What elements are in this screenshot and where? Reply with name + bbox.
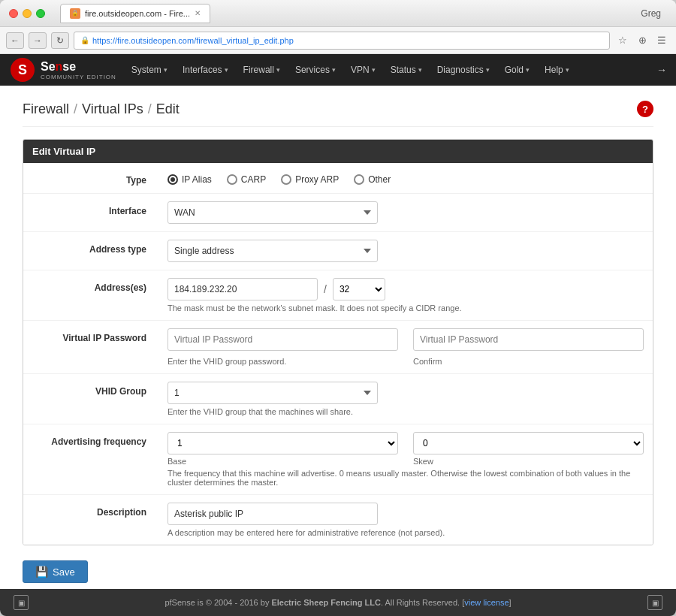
form-body: Type IP Alias CARP	[23, 163, 653, 545]
maximize-window-button[interactable]	[36, 9, 45, 18]
radio-proxy-arp[interactable]: Proxy ARP	[281, 174, 339, 185]
radio-label-other: Other	[368, 174, 391, 185]
radio-ip-alias[interactable]: IP Alias	[167, 174, 212, 185]
help-button[interactable]: ?	[637, 101, 653, 117]
footer-brand: pfSense	[164, 598, 195, 607]
breadcrumb-sep-2: /	[148, 101, 152, 117]
cidr-select[interactable]: 32	[333, 278, 385, 300]
footer-close: ]	[509, 598, 512, 607]
save-icon: 💾	[35, 566, 48, 578]
extensions-button[interactable]: ⊕	[634, 32, 650, 49]
interface-select[interactable]: WAN	[167, 201, 378, 224]
tab-bar: 🔒 fire.outsideopen.com - Fire... ✕	[60, 4, 629, 23]
chevron-down-icon: ▾	[225, 66, 228, 74]
nav-item-status[interactable]: Status ▾	[383, 54, 430, 86]
radio-circle-carp	[227, 174, 237, 185]
browser-tab[interactable]: 🔒 fire.outsideopen.com - Fire... ✕	[60, 4, 210, 23]
nav-item-diagnostics[interactable]: Diagnostics ▾	[430, 54, 497, 86]
refresh-button[interactable]: ↻	[51, 32, 69, 49]
forward-button[interactable]: →	[29, 32, 47, 49]
breadcrumb-firewall[interactable]: Firewall	[23, 101, 69, 117]
tab-favicon: 🔒	[70, 8, 80, 19]
tab-close-icon[interactable]: ✕	[195, 9, 201, 17]
password-col-right	[413, 328, 644, 351]
footer: ▣ pfSense is © 2004 - 2016 by Electric S…	[0, 589, 676, 616]
back-button[interactable]: ←	[6, 32, 24, 49]
footer-icon-right: ▣	[647, 595, 662, 610]
address-hint: The mask must be the network's subnet ma…	[167, 303, 644, 313]
adv-base-select[interactable]: 1	[167, 432, 398, 454]
vip-password-confirm-label: Confirm	[413, 357, 644, 366]
nav-item-firewall[interactable]: Firewall ▾	[236, 54, 288, 86]
footer-text: is © 2004 - 2016 by	[198, 598, 270, 607]
close-window-button[interactable]	[9, 9, 18, 18]
addresses-field: / 32 The mask must be the network's subn…	[158, 278, 653, 313]
nav-item-interfaces[interactable]: Interfaces ▾	[175, 54, 236, 86]
nav-right: →	[656, 64, 667, 76]
address-input[interactable]	[167, 278, 318, 300]
cidr-separator: /	[324, 283, 327, 295]
vip-password-input[interactable]	[167, 328, 398, 351]
adv-skew-label: Skew	[413, 457, 644, 466]
title-bar: 🔒 fire.outsideopen.com - Fire... ✕ Greg	[0, 0, 676, 27]
chevron-down-icon: ▾	[526, 66, 530, 74]
traffic-lights	[9, 9, 45, 18]
description-row: Description A description may be entered…	[23, 495, 653, 545]
interface-field: WAN	[158, 201, 653, 224]
browser-nav-bar: ← → ↻ 🔒 https://fire.outsideopen.com/fir…	[0, 27, 676, 54]
adv-freq-hint: The frequency that this machine will adv…	[167, 469, 644, 487]
breadcrumb: Firewall / Virtual IPs / Edit ?	[23, 101, 653, 127]
bookmark-button[interactable]: ☆	[614, 32, 631, 49]
breadcrumb-virtual-ips[interactable]: Virtual IPs	[82, 101, 143, 117]
description-input[interactable]	[167, 503, 378, 525]
vhid-field: 1 Enter the VHID group that the machines…	[158, 382, 653, 416]
address-bar[interactable]: 🔒 https://fire.outsideopen.com/firewall_…	[74, 32, 610, 50]
lock-icon: 🔒	[80, 36, 89, 44]
adv-freq-inputs: 1 Base 0 Skew	[167, 432, 644, 466]
vhid-label: VHID Group	[23, 382, 158, 397]
radio-circle-ip-alias	[167, 174, 178, 185]
nav-item-services[interactable]: Services ▾	[288, 54, 343, 86]
adv-freq-label: Advertising frequency	[23, 432, 158, 447]
nav-forward-icon[interactable]: →	[656, 64, 667, 76]
minimize-window-button[interactable]	[23, 9, 32, 18]
adv-skew-select[interactable]: 0	[413, 432, 644, 454]
breadcrumb-edit: Edit	[156, 101, 180, 117]
adv-freq-field: 1 Base 0 Skew The frequency t	[158, 432, 653, 487]
address-type-select[interactable]: Single address	[167, 240, 378, 262]
form-panel: Edit Virtual IP Type IP Alias	[23, 139, 653, 545]
password-row	[167, 328, 644, 351]
type-row: Type IP Alias CARP	[23, 163, 653, 194]
footer-company: Electric Sheep Fencing LLC	[271, 598, 380, 607]
footer-license-link[interactable]: view license	[464, 598, 509, 607]
radio-other[interactable]: Other	[354, 174, 391, 185]
vhid-hint: Enter the VHID group that the machines w…	[167, 407, 644, 416]
nav-item-vpn[interactable]: VPN ▾	[343, 54, 383, 86]
nav-item-system[interactable]: System ▾	[124, 54, 175, 86]
nav-item-gold[interactable]: Gold ▾	[497, 54, 537, 86]
tab-title: fire.outsideopen.com - Fire...	[85, 9, 190, 18]
radio-label-proxy-arp: Proxy ARP	[295, 174, 339, 185]
chevron-down-icon: ▾	[332, 66, 336, 74]
radio-circle-proxy-arp	[281, 174, 291, 185]
description-field: A description may be entered here for ad…	[158, 503, 653, 537]
type-radio-group: IP Alias CARP Proxy ARP	[167, 171, 644, 185]
vip-password-hint: Enter the VHID group password.	[167, 357, 398, 366]
address-type-field: Single address	[158, 240, 653, 262]
pfsense-nav: S Sense COMMUNITY EDITION System ▾ Inter…	[0, 54, 676, 86]
description-hint: A description may be entered here for ad…	[167, 528, 644, 537]
radio-circle-other	[354, 174, 364, 185]
address-type-row: Address type Single address	[23, 232, 653, 270]
type-label: Type	[23, 171, 158, 186]
password-hint-right: Confirm	[413, 354, 644, 366]
nav-item-help[interactable]: Help ▾	[537, 54, 577, 86]
type-field: IP Alias CARP Proxy ARP	[158, 171, 653, 185]
save-button[interactable]: 💾 Save	[23, 560, 88, 583]
radio-carp[interactable]: CARP	[227, 174, 266, 185]
vhid-select[interactable]: 1	[167, 382, 378, 404]
menu-button[interactable]: ☰	[653, 32, 670, 49]
vip-password-confirm-input[interactable]	[413, 328, 644, 351]
chevron-down-icon: ▾	[164, 66, 167, 74]
adv-freq-row: Advertising frequency 1 Base	[23, 424, 653, 495]
interface-row: Interface WAN	[23, 194, 653, 232]
